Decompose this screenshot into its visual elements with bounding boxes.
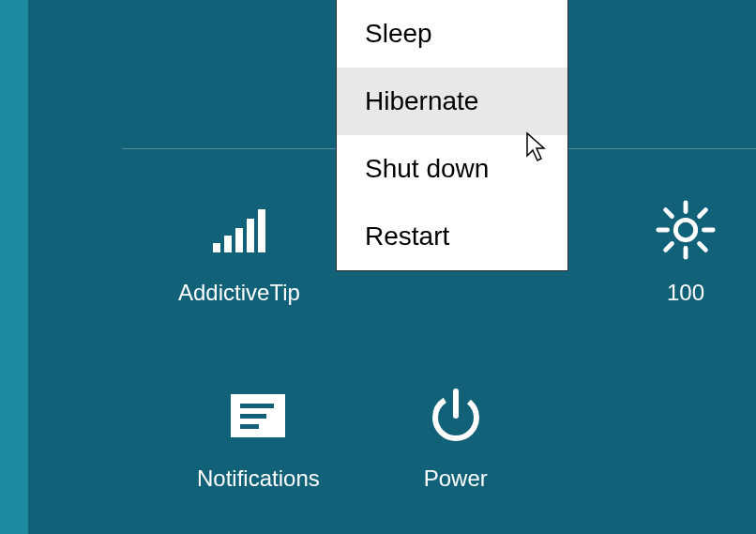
svg-point-0 (675, 220, 695, 239)
power-label: Power (424, 465, 488, 492)
power-icon (423, 383, 489, 449)
power-menu-item-sleep[interactable]: Sleep (337, 0, 567, 68)
svg-line-6 (700, 244, 706, 251)
power-menu: Sleep Hibernate Shut down Restart (336, 0, 568, 271)
power-tile[interactable]: Power (423, 383, 489, 492)
brightness-tile[interactable]: 100 (653, 197, 718, 306)
network-tile[interactable]: AddictiveTip (178, 197, 300, 306)
power-menu-item-hibernate[interactable]: Hibernate (337, 68, 567, 135)
svg-line-7 (700, 210, 706, 217)
brightness-value: 100 (667, 280, 704, 306)
power-menu-item-shutdown[interactable]: Shut down (337, 135, 567, 203)
svg-line-8 (666, 244, 673, 251)
network-signal-icon (206, 197, 272, 263)
notifications-tile[interactable]: Notifications (197, 383, 320, 492)
notifications-icon (225, 383, 291, 449)
notifications-label: Notifications (197, 465, 320, 492)
svg-line-5 (666, 210, 673, 217)
charm-bar-edge (0, 0, 28, 534)
network-label: AddictiveTip (178, 280, 300, 306)
power-menu-item-restart[interactable]: Restart (337, 203, 567, 270)
brightness-icon (653, 197, 718, 263)
